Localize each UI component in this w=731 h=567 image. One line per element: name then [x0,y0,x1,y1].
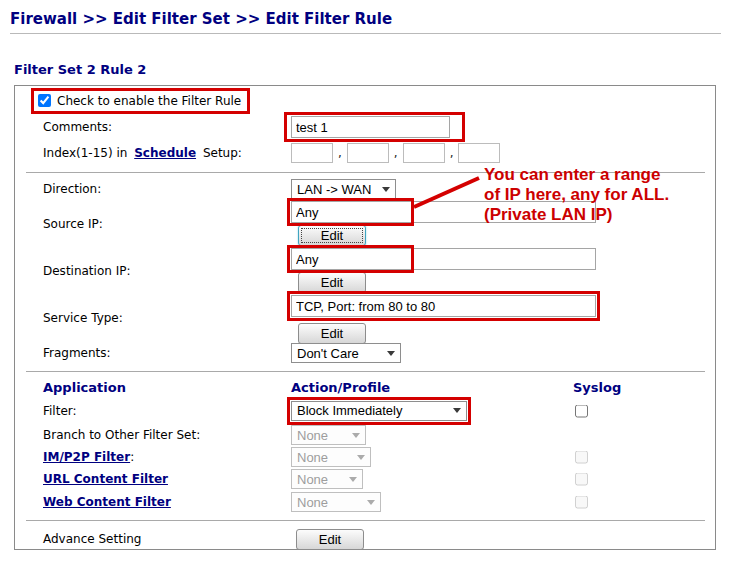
highlight-box-filter: Block Immediately [287,397,471,425]
filter-action-select[interactable]: Block Immediately [291,401,467,421]
branch-filter-set-row: Branch to Other Filter Set: None [15,424,715,446]
filter-label: Filter: [15,404,291,418]
branch-filter-set-select-value: None [297,428,342,443]
destination-ip-label: Destination IP: [15,264,291,278]
web-content-syslog-checkbox[interactable] [575,496,588,509]
index-separator: , [338,146,342,160]
web-content-filter-link[interactable]: Web Content Filter [43,495,171,509]
branch-filter-set-select[interactable]: None [291,425,366,445]
advance-setting-edit-button[interactable]: Edit [296,529,364,550]
web-content-filter-row: Web Content Filter None [15,490,715,514]
direction-label: Direction: [15,182,291,196]
url-content-filter-row: URL Content Filter None [15,468,715,490]
section-divider [26,520,705,521]
title-divider [10,33,721,34]
page-title: Firewall >> Edit Filter Set >> Edit Filt… [10,10,392,28]
url-content-filter-link[interactable]: URL Content Filter [43,472,168,486]
destination-ip-edit-button[interactable]: Edit [298,272,366,293]
fragments-select-value: Don't Care [297,346,377,361]
fragments-row: Fragments: Don't Care [15,341,715,365]
advance-setting-row: Advance Setting Edit [15,526,715,552]
filter-action-select-value: Block Immediately [297,403,443,418]
direction-row: Direction: LAN -> WAN [15,178,715,200]
comments-input[interactable] [291,116,450,138]
service-type-row: Service Type: Edit [15,294,715,341]
fragments-label: Fragments: [15,346,291,360]
destination-ip-input[interactable] [291,248,596,270]
section-divider [26,172,705,173]
url-content-filter-select-value: None [297,472,339,487]
filter-syslog-checkbox[interactable] [575,404,588,417]
index-separator: , [394,146,398,160]
url-content-filter-select[interactable]: None [291,469,363,489]
im-p2p-syslog-checkbox[interactable] [575,451,588,464]
im-p2p-filter-row: IM/P2P Filter: None [15,446,715,468]
application-header-row: Application Action/Profile Syslog [15,377,715,397]
source-ip-input[interactable] [291,201,596,223]
filter-row: Filter: Block Immediately [15,397,715,424]
im-p2p-filter-select[interactable]: None [291,447,371,467]
application-header: Application [15,380,291,395]
schedule-index-input-4[interactable] [458,143,500,163]
schedule-link[interactable]: Schedule [134,146,196,160]
source-ip-edit-button[interactable]: Edit [298,225,366,246]
index-label-suffix: Setup: [203,146,242,160]
chevron-down-icon [382,187,390,192]
service-type-edit-button[interactable]: Edit [298,323,366,344]
im-p2p-filter-select-value: None [297,450,347,465]
section-divider [26,371,705,372]
branch-filter-set-label: Branch to Other Filter Set: [15,428,291,442]
enable-rule-label: Check to enable the Filter Rule [57,94,241,108]
enable-rule-row: Check to enable the Filter Rule [15,88,715,115]
url-content-syslog-checkbox[interactable] [575,473,588,486]
direction-select-value: LAN -> WAN [297,182,372,197]
syslog-header: Syslog [573,380,621,395]
service-type-label: Service Type: [15,311,291,325]
highlight-box-enable: Check to enable the Filter Rule [31,88,250,114]
schedule-index-input-1[interactable] [291,143,333,163]
im-p2p-colon: : [130,450,134,464]
schedule-index-input-3[interactable] [403,143,445,163]
section-title: Filter Set 2 Rule 2 [14,62,146,77]
action-profile-header: Action/Profile [291,380,390,395]
comments-label: Comments: [15,120,291,134]
im-p2p-filter-link[interactable]: IM/P2P Filter [43,450,130,464]
source-ip-label: Source IP: [15,217,291,231]
schedule-index-input-2[interactable] [347,143,389,163]
comments-row: Comments: [15,115,715,139]
advance-setting-label: Advance Setting [15,532,291,546]
direction-select[interactable]: LAN -> WAN [291,179,396,199]
highlight-box-service-type [287,291,600,321]
chevron-down-icon [367,500,375,505]
chevron-down-icon [453,408,461,413]
chevron-down-icon [352,433,360,438]
fragments-select[interactable]: Don't Care [291,343,401,363]
chevron-down-icon [357,455,365,460]
web-content-filter-select[interactable]: None [291,492,381,512]
index-separator: , [450,146,454,160]
destination-ip-row: Destination IP: Edit [15,247,715,294]
chevron-down-icon [387,351,395,356]
web-content-filter-select-value: None [297,495,357,510]
schedule-index-row: Index(1-15) in Schedule Setup: ,,, [15,139,715,166]
enable-rule-checkbox[interactable] [38,94,51,107]
source-ip-row: Source IP: Edit [15,200,715,247]
service-type-input[interactable] [291,295,596,317]
index-label-prefix: Index(1-15) in [43,146,127,160]
chevron-down-icon [349,477,357,482]
highlight-box-comments [284,112,465,142]
filter-rule-panel: Check to enable the Filter Rule Comments… [14,85,716,550]
